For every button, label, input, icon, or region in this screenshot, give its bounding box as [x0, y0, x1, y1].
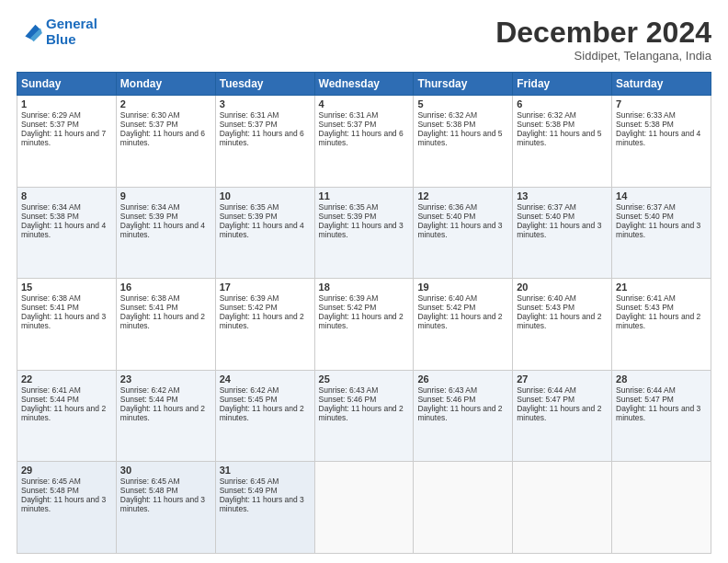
day-number: 20 [517, 282, 608, 293]
daylight-text: Daylight: 11 hours and 3 minutes. [517, 221, 608, 239]
day-number: 16 [120, 282, 211, 293]
calendar-cell: 11Sunrise: 6:35 AMSunset: 5:39 PMDayligh… [314, 187, 414, 279]
logo-icon [17, 21, 42, 43]
calendar-table: SundayMondayTuesdayWednesdayThursdayFrid… [17, 72, 711, 554]
calendar-cell: 22Sunrise: 6:41 AMSunset: 5:44 PMDayligh… [17, 370, 117, 462]
daylight-text: Daylight: 11 hours and 6 minutes. [120, 129, 211, 147]
day-number: 18 [319, 282, 410, 293]
sunset-text: Sunset: 5:37 PM [220, 120, 311, 129]
sunrise-text: Sunrise: 6:35 AM [319, 202, 410, 212]
day-number: 26 [417, 373, 508, 385]
day-number: 6 [517, 98, 608, 109]
daylight-text: Daylight: 11 hours and 2 minutes. [21, 404, 112, 422]
sunset-text: Sunset: 5:47 PM [616, 395, 707, 404]
sunset-text: Sunset: 5:49 PM [220, 486, 311, 495]
sunrise-text: Sunrise: 6:45 AM [220, 477, 311, 486]
sunrise-text: Sunrise: 6:33 AM [616, 110, 707, 120]
calendar-cell: 9Sunrise: 6:34 AMSunset: 5:39 PMDaylight… [116, 187, 215, 279]
calendar-cell: 16Sunrise: 6:38 AMSunset: 5:41 PMDayligh… [116, 279, 215, 371]
calendar-cell [612, 462, 711, 554]
calendar-cell [414, 462, 513, 554]
calendar-cell: 5Sunrise: 6:32 AMSunset: 5:38 PMDaylight… [414, 96, 513, 188]
daylight-text: Daylight: 11 hours and 2 minutes. [616, 312, 707, 330]
sunrise-text: Sunrise: 6:30 AM [120, 110, 211, 120]
daylight-text: Daylight: 11 hours and 3 minutes. [220, 495, 311, 513]
sunrise-text: Sunrise: 6:34 AM [120, 202, 211, 212]
calendar-cell [513, 462, 612, 554]
daylight-text: Daylight: 11 hours and 2 minutes. [417, 404, 508, 422]
daylight-text: Daylight: 11 hours and 3 minutes. [319, 221, 410, 239]
calendar-cell: 18Sunrise: 6:39 AMSunset: 5:42 PMDayligh… [314, 279, 414, 371]
sunrise-text: Sunrise: 6:40 AM [517, 293, 608, 303]
calendar-cell: 6Sunrise: 6:32 AMSunset: 5:38 PMDaylight… [513, 96, 612, 188]
sunrise-text: Sunrise: 6:34 AM [21, 202, 112, 212]
sunset-text: Sunset: 5:38 PM [517, 120, 608, 129]
daylight-text: Daylight: 11 hours and 2 minutes. [319, 312, 410, 330]
calendar-cell: 20Sunrise: 6:40 AMSunset: 5:43 PMDayligh… [513, 279, 612, 371]
calendar-cell: 25Sunrise: 6:43 AMSunset: 5:46 PMDayligh… [314, 370, 414, 462]
calendar-cell: 29Sunrise: 6:45 AMSunset: 5:48 PMDayligh… [17, 462, 117, 554]
calendar-cell: 1Sunrise: 6:29 AMSunset: 5:37 PMDaylight… [17, 96, 117, 188]
calendar-cell: 7Sunrise: 6:33 AMSunset: 5:38 PMDaylight… [612, 96, 711, 188]
sunrise-text: Sunrise: 6:43 AM [319, 385, 410, 395]
sunrise-text: Sunrise: 6:32 AM [517, 110, 608, 120]
sunrise-text: Sunrise: 6:44 AM [517, 385, 608, 395]
day-number: 19 [417, 282, 508, 293]
sunset-text: Sunset: 5:37 PM [21, 120, 112, 129]
daylight-text: Daylight: 11 hours and 2 minutes. [517, 312, 608, 330]
sunset-text: Sunset: 5:42 PM [220, 303, 311, 312]
calendar-header-tuesday: Tuesday [215, 73, 314, 96]
sunset-text: Sunset: 5:48 PM [21, 486, 112, 495]
sunset-text: Sunset: 5:46 PM [417, 395, 508, 404]
sunset-text: Sunset: 5:38 PM [417, 120, 508, 129]
sunset-text: Sunset: 5:42 PM [319, 303, 410, 312]
sunrise-text: Sunrise: 6:41 AM [21, 385, 112, 395]
daylight-text: Daylight: 11 hours and 2 minutes. [220, 312, 311, 330]
daylight-text: Daylight: 11 hours and 3 minutes. [21, 495, 112, 513]
day-number: 28 [616, 373, 707, 385]
day-number: 12 [417, 190, 508, 201]
sunrise-text: Sunrise: 6:38 AM [120, 293, 211, 303]
sunrise-text: Sunrise: 6:39 AM [220, 293, 311, 303]
sunset-text: Sunset: 5:41 PM [21, 303, 112, 312]
sunrise-text: Sunrise: 6:43 AM [417, 385, 508, 395]
sunset-text: Sunset: 5:44 PM [120, 395, 211, 404]
sunset-text: Sunset: 5:37 PM [319, 120, 410, 129]
daylight-text: Daylight: 11 hours and 2 minutes. [120, 312, 211, 330]
calendar-cell: 3Sunrise: 6:31 AMSunset: 5:37 PMDaylight… [215, 96, 314, 188]
day-number: 13 [517, 190, 608, 201]
sunrise-text: Sunrise: 6:45 AM [21, 477, 112, 486]
calendar-cell: 2Sunrise: 6:30 AMSunset: 5:37 PMDaylight… [116, 96, 215, 188]
day-number: 23 [120, 373, 211, 385]
day-number: 14 [616, 190, 707, 201]
calendar-header-friday: Friday [513, 73, 612, 96]
calendar-cell: 27Sunrise: 6:44 AMSunset: 5:47 PMDayligh… [513, 370, 612, 462]
day-number: 24 [220, 373, 311, 385]
calendar-cell: 14Sunrise: 6:37 AMSunset: 5:40 PMDayligh… [612, 187, 711, 279]
sunset-text: Sunset: 5:42 PM [417, 303, 508, 312]
sunrise-text: Sunrise: 6:36 AM [417, 202, 508, 212]
sunset-text: Sunset: 5:40 PM [417, 212, 508, 221]
day-number: 2 [120, 98, 211, 109]
logo: General Blue [17, 17, 97, 47]
daylight-text: Daylight: 11 hours and 5 minutes. [517, 129, 608, 147]
sunset-text: Sunset: 5:48 PM [120, 486, 211, 495]
day-number: 25 [319, 373, 410, 385]
day-number: 5 [417, 98, 508, 109]
calendar-cell: 4Sunrise: 6:31 AMSunset: 5:37 PMDaylight… [314, 96, 414, 188]
daylight-text: Daylight: 11 hours and 3 minutes. [417, 221, 508, 239]
daylight-text: Daylight: 11 hours and 4 minutes. [220, 221, 311, 239]
sunset-text: Sunset: 5:43 PM [616, 303, 707, 312]
sunrise-text: Sunrise: 6:45 AM [120, 477, 211, 486]
daylight-text: Daylight: 11 hours and 7 minutes. [21, 129, 112, 147]
sunrise-text: Sunrise: 6:41 AM [616, 293, 707, 303]
daylight-text: Daylight: 11 hours and 4 minutes. [120, 221, 211, 239]
calendar-week-row: 8Sunrise: 6:34 AMSunset: 5:38 PMDaylight… [17, 187, 711, 279]
sunrise-text: Sunrise: 6:44 AM [616, 385, 707, 395]
day-number: 15 [21, 282, 112, 293]
sunrise-text: Sunrise: 6:42 AM [220, 385, 311, 395]
day-number: 3 [220, 98, 311, 109]
sunset-text: Sunset: 5:38 PM [616, 120, 707, 129]
sunrise-text: Sunrise: 6:39 AM [319, 293, 410, 303]
logo-text-line1: General [46, 17, 97, 32]
